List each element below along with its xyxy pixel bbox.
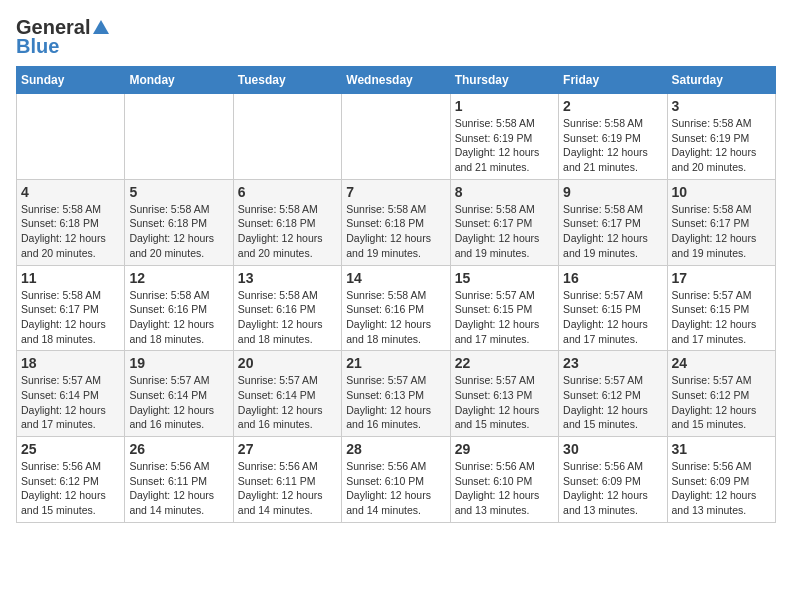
cell-info: Sunrise: 5:57 AM Sunset: 6:13 PM Dayligh…	[455, 373, 554, 432]
cell-day-number: 4	[21, 184, 120, 200]
calendar-cell	[17, 94, 125, 180]
calendar-cell: 19Sunrise: 5:57 AM Sunset: 6:14 PM Dayli…	[125, 351, 233, 437]
day-header-friday: Friday	[559, 67, 667, 94]
cell-day-number: 2	[563, 98, 662, 114]
calendar-cell: 23Sunrise: 5:57 AM Sunset: 6:12 PM Dayli…	[559, 351, 667, 437]
cell-info: Sunrise: 5:58 AM Sunset: 6:19 PM Dayligh…	[455, 116, 554, 175]
cell-info: Sunrise: 5:57 AM Sunset: 6:12 PM Dayligh…	[563, 373, 662, 432]
calendar-cell	[233, 94, 341, 180]
cell-day-number: 29	[455, 441, 554, 457]
cell-day-number: 9	[563, 184, 662, 200]
cell-day-number: 30	[563, 441, 662, 457]
calendar-cell: 18Sunrise: 5:57 AM Sunset: 6:14 PM Dayli…	[17, 351, 125, 437]
logo-triangle-icon	[93, 20, 109, 34]
calendar-week-row: 18Sunrise: 5:57 AM Sunset: 6:14 PM Dayli…	[17, 351, 776, 437]
cell-info: Sunrise: 5:57 AM Sunset: 6:15 PM Dayligh…	[563, 288, 662, 347]
cell-day-number: 8	[455, 184, 554, 200]
logo-blue-text: Blue	[16, 35, 59, 58]
cell-day-number: 19	[129, 355, 228, 371]
cell-day-number: 17	[672, 270, 771, 286]
cell-day-number: 31	[672, 441, 771, 457]
cell-day-number: 5	[129, 184, 228, 200]
calendar-cell: 13Sunrise: 5:58 AM Sunset: 6:16 PM Dayli…	[233, 265, 341, 351]
cell-info: Sunrise: 5:56 AM Sunset: 6:09 PM Dayligh…	[672, 459, 771, 518]
calendar-cell: 31Sunrise: 5:56 AM Sunset: 6:09 PM Dayli…	[667, 437, 775, 523]
logo: General Blue	[16, 16, 109, 58]
cell-day-number: 24	[672, 355, 771, 371]
cell-info: Sunrise: 5:58 AM Sunset: 6:17 PM Dayligh…	[21, 288, 120, 347]
cell-info: Sunrise: 5:58 AM Sunset: 6:18 PM Dayligh…	[129, 202, 228, 261]
calendar-cell: 24Sunrise: 5:57 AM Sunset: 6:12 PM Dayli…	[667, 351, 775, 437]
cell-day-number: 18	[21, 355, 120, 371]
cell-info: Sunrise: 5:58 AM Sunset: 6:17 PM Dayligh…	[672, 202, 771, 261]
cell-day-number: 1	[455, 98, 554, 114]
cell-day-number: 22	[455, 355, 554, 371]
calendar-table: SundayMondayTuesdayWednesdayThursdayFrid…	[16, 66, 776, 523]
cell-info: Sunrise: 5:56 AM Sunset: 6:10 PM Dayligh…	[455, 459, 554, 518]
cell-info: Sunrise: 5:57 AM Sunset: 6:15 PM Dayligh…	[672, 288, 771, 347]
calendar-header-row: SundayMondayTuesdayWednesdayThursdayFrid…	[17, 67, 776, 94]
cell-info: Sunrise: 5:56 AM Sunset: 6:10 PM Dayligh…	[346, 459, 445, 518]
cell-info: Sunrise: 5:57 AM Sunset: 6:12 PM Dayligh…	[672, 373, 771, 432]
calendar-cell: 30Sunrise: 5:56 AM Sunset: 6:09 PM Dayli…	[559, 437, 667, 523]
calendar-cell: 10Sunrise: 5:58 AM Sunset: 6:17 PM Dayli…	[667, 179, 775, 265]
calendar-cell: 21Sunrise: 5:57 AM Sunset: 6:13 PM Dayli…	[342, 351, 450, 437]
calendar-cell: 1Sunrise: 5:58 AM Sunset: 6:19 PM Daylig…	[450, 94, 558, 180]
calendar-cell: 22Sunrise: 5:57 AM Sunset: 6:13 PM Dayli…	[450, 351, 558, 437]
cell-day-number: 14	[346, 270, 445, 286]
calendar-week-row: 1Sunrise: 5:58 AM Sunset: 6:19 PM Daylig…	[17, 94, 776, 180]
day-header-sunday: Sunday	[17, 67, 125, 94]
cell-info: Sunrise: 5:58 AM Sunset: 6:19 PM Dayligh…	[672, 116, 771, 175]
day-header-thursday: Thursday	[450, 67, 558, 94]
cell-info: Sunrise: 5:58 AM Sunset: 6:16 PM Dayligh…	[238, 288, 337, 347]
cell-info: Sunrise: 5:56 AM Sunset: 6:11 PM Dayligh…	[129, 459, 228, 518]
cell-info: Sunrise: 5:58 AM Sunset: 6:18 PM Dayligh…	[346, 202, 445, 261]
cell-info: Sunrise: 5:58 AM Sunset: 6:17 PM Dayligh…	[455, 202, 554, 261]
calendar-cell: 20Sunrise: 5:57 AM Sunset: 6:14 PM Dayli…	[233, 351, 341, 437]
cell-info: Sunrise: 5:56 AM Sunset: 6:11 PM Dayligh…	[238, 459, 337, 518]
cell-info: Sunrise: 5:57 AM Sunset: 6:15 PM Dayligh…	[455, 288, 554, 347]
calendar-cell: 2Sunrise: 5:58 AM Sunset: 6:19 PM Daylig…	[559, 94, 667, 180]
calendar-cell: 8Sunrise: 5:58 AM Sunset: 6:17 PM Daylig…	[450, 179, 558, 265]
cell-day-number: 15	[455, 270, 554, 286]
cell-info: Sunrise: 5:58 AM Sunset: 6:17 PM Dayligh…	[563, 202, 662, 261]
cell-info: Sunrise: 5:56 AM Sunset: 6:12 PM Dayligh…	[21, 459, 120, 518]
calendar-cell: 6Sunrise: 5:58 AM Sunset: 6:18 PM Daylig…	[233, 179, 341, 265]
calendar-cell: 9Sunrise: 5:58 AM Sunset: 6:17 PM Daylig…	[559, 179, 667, 265]
day-header-tuesday: Tuesday	[233, 67, 341, 94]
calendar-cell: 29Sunrise: 5:56 AM Sunset: 6:10 PM Dayli…	[450, 437, 558, 523]
cell-info: Sunrise: 5:58 AM Sunset: 6:16 PM Dayligh…	[129, 288, 228, 347]
calendar-cell: 7Sunrise: 5:58 AM Sunset: 6:18 PM Daylig…	[342, 179, 450, 265]
calendar-cell: 12Sunrise: 5:58 AM Sunset: 6:16 PM Dayli…	[125, 265, 233, 351]
cell-info: Sunrise: 5:58 AM Sunset: 6:18 PM Dayligh…	[238, 202, 337, 261]
cell-day-number: 11	[21, 270, 120, 286]
cell-info: Sunrise: 5:57 AM Sunset: 6:13 PM Dayligh…	[346, 373, 445, 432]
page-header: General Blue	[16, 16, 776, 58]
cell-day-number: 23	[563, 355, 662, 371]
calendar-cell: 14Sunrise: 5:58 AM Sunset: 6:16 PM Dayli…	[342, 265, 450, 351]
calendar-cell: 17Sunrise: 5:57 AM Sunset: 6:15 PM Dayli…	[667, 265, 775, 351]
cell-day-number: 28	[346, 441, 445, 457]
cell-day-number: 10	[672, 184, 771, 200]
calendar-cell: 28Sunrise: 5:56 AM Sunset: 6:10 PM Dayli…	[342, 437, 450, 523]
calendar-week-row: 11Sunrise: 5:58 AM Sunset: 6:17 PM Dayli…	[17, 265, 776, 351]
cell-day-number: 12	[129, 270, 228, 286]
cell-info: Sunrise: 5:57 AM Sunset: 6:14 PM Dayligh…	[129, 373, 228, 432]
calendar-cell	[342, 94, 450, 180]
cell-info: Sunrise: 5:57 AM Sunset: 6:14 PM Dayligh…	[21, 373, 120, 432]
cell-day-number: 3	[672, 98, 771, 114]
day-header-monday: Monday	[125, 67, 233, 94]
cell-day-number: 26	[129, 441, 228, 457]
calendar-cell: 3Sunrise: 5:58 AM Sunset: 6:19 PM Daylig…	[667, 94, 775, 180]
calendar-cell: 5Sunrise: 5:58 AM Sunset: 6:18 PM Daylig…	[125, 179, 233, 265]
calendar-cell: 15Sunrise: 5:57 AM Sunset: 6:15 PM Dayli…	[450, 265, 558, 351]
cell-info: Sunrise: 5:58 AM Sunset: 6:16 PM Dayligh…	[346, 288, 445, 347]
calendar-cell: 27Sunrise: 5:56 AM Sunset: 6:11 PM Dayli…	[233, 437, 341, 523]
cell-day-number: 7	[346, 184, 445, 200]
day-header-wednesday: Wednesday	[342, 67, 450, 94]
day-header-saturday: Saturday	[667, 67, 775, 94]
cell-day-number: 16	[563, 270, 662, 286]
calendar-cell: 25Sunrise: 5:56 AM Sunset: 6:12 PM Dayli…	[17, 437, 125, 523]
calendar-cell: 11Sunrise: 5:58 AM Sunset: 6:17 PM Dayli…	[17, 265, 125, 351]
cell-day-number: 20	[238, 355, 337, 371]
